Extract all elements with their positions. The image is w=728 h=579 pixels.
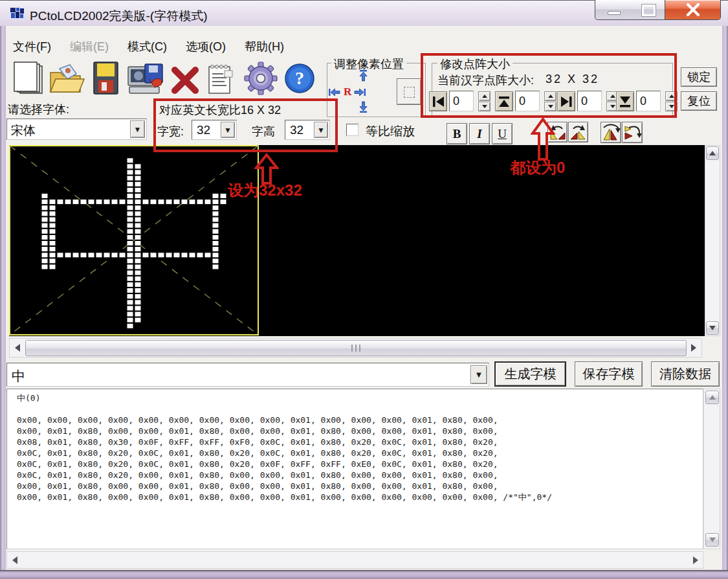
reset-button[interactable]: 复位 xyxy=(681,91,717,111)
notes-icon[interactable] xyxy=(205,62,236,95)
open-file-icon[interactable] xyxy=(48,63,87,96)
delete-icon[interactable] xyxy=(171,67,199,94)
font-select-label: 请选择字体: xyxy=(8,102,69,117)
font-combobox-value: 宋体 xyxy=(11,122,36,139)
move-up-icon[interactable] xyxy=(358,69,370,82)
menu-item-3[interactable]: 模式(C) xyxy=(127,39,167,54)
menu-item-1[interactable]: 文件(F) xyxy=(13,39,51,54)
output-scroll-up-icon[interactable] xyxy=(705,391,719,404)
char-input-combobox[interactable]: 中 ▼ xyxy=(6,363,489,387)
scale-checkbox[interactable] xyxy=(346,124,358,136)
app-icon xyxy=(8,5,26,21)
hex-output-text: 中(0) 0x00, 0x00, 0x00, 0x00, 0x00, 0x00,… xyxy=(17,392,552,503)
move-down-icon[interactable] xyxy=(358,100,370,113)
flip-horizontal-button[interactable] xyxy=(622,122,643,143)
scale-checkbox-label: 等比缩放 xyxy=(366,123,415,140)
char-input-arrow[interactable]: ▼ xyxy=(470,365,487,384)
settings-icon[interactable] xyxy=(243,61,278,95)
maximize-button[interactable] xyxy=(632,0,665,20)
close-icon xyxy=(686,3,700,16)
output-vscrollbar[interactable] xyxy=(703,389,720,549)
window-frame-right xyxy=(722,26,728,573)
italic-button[interactable]: I xyxy=(469,123,490,144)
generate-button[interactable]: 生成字模 xyxy=(494,361,566,387)
canvas-scroll-right-icon[interactable] xyxy=(691,344,696,352)
export-icon[interactable] xyxy=(127,63,166,96)
lock-button[interactable]: 锁定 xyxy=(681,67,717,87)
window-title: PCtoLCD2002完美版-(字符模式) xyxy=(30,8,208,25)
flip-horizontal-icon xyxy=(623,122,642,142)
font-combobox-arrow[interactable]: ▼ xyxy=(130,120,145,138)
close-button[interactable] xyxy=(665,0,721,20)
help-icon[interactable]: ? xyxy=(284,63,316,95)
window-frame-bottom xyxy=(0,570,728,579)
menu-item-4[interactable]: 选项(O) xyxy=(186,39,226,54)
canvas-hscrollbar[interactable] xyxy=(9,338,702,358)
underline-button[interactable]: U xyxy=(492,123,513,144)
rotate-right-icon xyxy=(569,122,588,142)
svg-text:?: ? xyxy=(295,68,304,88)
rotate-right-button[interactable] xyxy=(568,122,588,142)
annotation-arrow-zero xyxy=(531,117,555,161)
canvas-vscrollbar[interactable] xyxy=(705,145,720,336)
bold-button[interactable]: B xyxy=(447,123,467,144)
output-scroll-right-icon[interactable] xyxy=(693,556,698,564)
maximize-icon xyxy=(642,5,656,16)
annotation-zero-tip: 都设为0 xyxy=(510,157,565,178)
new-file-icon[interactable] xyxy=(11,61,47,95)
font-combobox[interactable]: 宋体 ▼ xyxy=(6,119,147,140)
save-button[interactable]: 保存字模 xyxy=(575,361,643,387)
canvas-scroll-down-icon[interactable] xyxy=(706,321,719,335)
annotation-size-tip: 设为32x32 xyxy=(228,180,302,201)
minimize-button[interactable] xyxy=(595,0,633,20)
output-scroll-left-icon[interactable] xyxy=(12,556,17,564)
canvas-scroll-left-icon[interactable] xyxy=(15,344,20,352)
move-right-icon[interactable] xyxy=(353,87,366,98)
center-glyph-icon xyxy=(404,87,415,98)
canvas-hscroll-thumb[interactable] xyxy=(25,340,687,356)
move-left-icon[interactable] xyxy=(328,87,341,98)
menu-item-5[interactable]: 帮助(H) xyxy=(245,39,284,54)
annotation-box-matrix xyxy=(421,53,677,118)
window-frame-left xyxy=(0,26,6,573)
minimize-icon xyxy=(608,11,621,15)
save-icon[interactable] xyxy=(93,61,120,95)
menu-item-2[interactable]: 编辑(E) xyxy=(70,39,109,54)
hex-output-area[interactable]: 中(0) 0x00, 0x00, 0x00, 0x00, 0x00, 0x00,… xyxy=(6,389,703,549)
pixel-canvas[interactable] xyxy=(9,145,705,336)
flip-vertical-button[interactable] xyxy=(601,122,621,143)
canvas-scroll-up-icon[interactable] xyxy=(706,146,719,160)
output-hscrollbar[interactable] xyxy=(6,551,703,569)
annotation-box-size xyxy=(153,98,338,152)
clear-button[interactable]: 清除数据 xyxy=(651,361,720,387)
flip-vertical-icon xyxy=(601,122,621,142)
char-input-value: 中 xyxy=(12,367,25,385)
pixel-reset-label[interactable]: R xyxy=(344,85,351,98)
output-scroll-down-icon[interactable] xyxy=(705,533,719,547)
center-glyph-button[interactable] xyxy=(397,78,421,105)
